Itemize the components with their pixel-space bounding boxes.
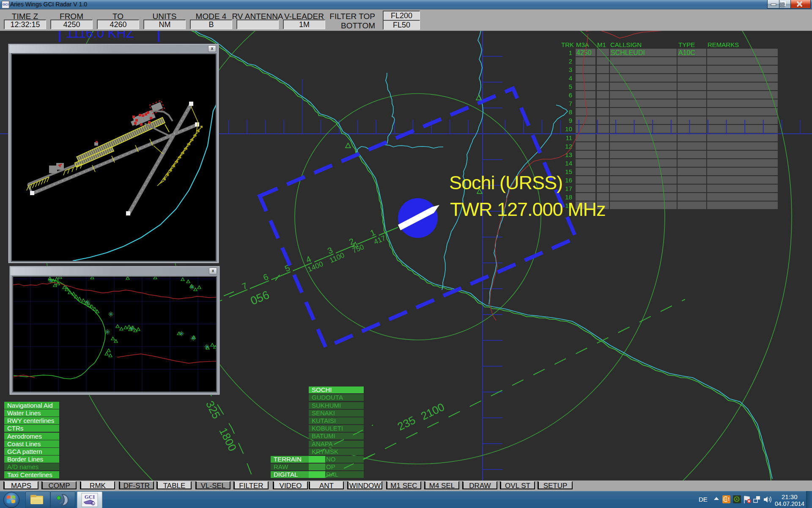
svg-text:3: 3 bbox=[326, 245, 334, 256]
svg-text:056: 056 bbox=[249, 288, 271, 307]
svg-text:7: 7 bbox=[241, 281, 249, 291]
svg-text:1800: 1800 bbox=[217, 425, 239, 453]
svg-text:TWR 127.000 MHz: TWR 127.000 MHz bbox=[450, 199, 606, 220]
svg-text:4: 4 bbox=[304, 254, 313, 265]
svg-text:1: 1 bbox=[369, 227, 377, 238]
svg-text:2: 2 bbox=[348, 236, 356, 247]
svg-text:235: 235 bbox=[395, 414, 417, 433]
svg-text:GCI: GCI bbox=[85, 494, 95, 500]
svg-text:325: 325 bbox=[203, 399, 223, 421]
svg-text:6: 6 bbox=[262, 272, 270, 282]
svg-text:2100: 2100 bbox=[419, 400, 446, 422]
svg-text:Sochi (URSS): Sochi (URSS) bbox=[449, 172, 562, 193]
svg-text:!: ! bbox=[728, 497, 730, 502]
